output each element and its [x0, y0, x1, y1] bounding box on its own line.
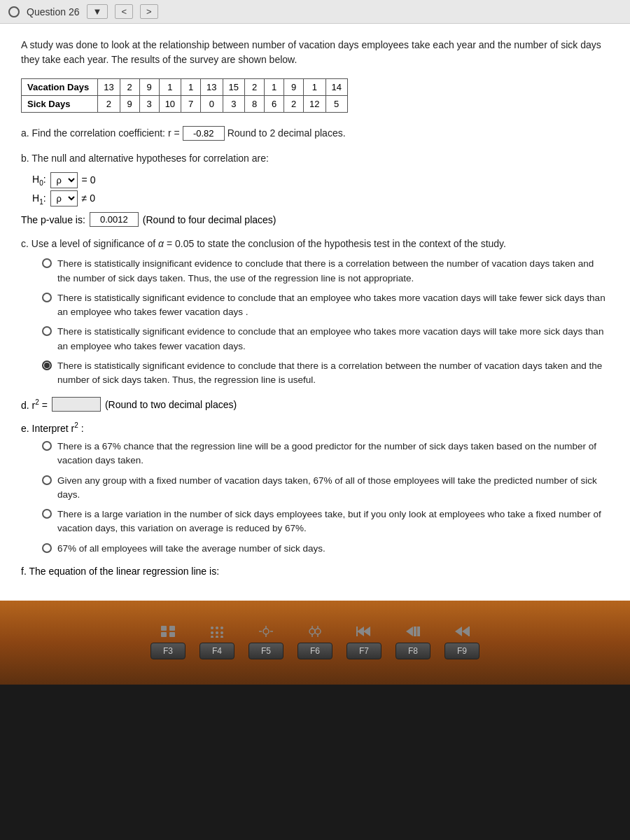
svg-rect-0 [161, 626, 167, 631]
question-circle-icon [8, 6, 20, 18]
option-e2[interactable]: Given any group with a fixed number of v… [42, 474, 609, 503]
table-row: 14 [326, 79, 347, 96]
svg-rect-1 [169, 626, 175, 631]
radio-e1[interactable] [42, 441, 52, 451]
table-row: 1 [159, 79, 181, 96]
table-row: 2 [120, 79, 139, 96]
pvalue-input[interactable] [90, 212, 139, 227]
option-e3[interactable]: There is a large variation in the number… [42, 507, 609, 536]
svg-marker-24 [363, 626, 370, 636]
pvalue-label: The p-value is: [21, 214, 85, 225]
key-f6-btn[interactable]: F6 [298, 643, 332, 659]
nav-dropdown-btn[interactable]: ▼ [87, 4, 108, 19]
key-f4-group: F4 [200, 625, 234, 659]
top-bar: Question 26 ▼ < > [0, 0, 630, 24]
svg-point-8 [216, 631, 218, 634]
option-c3-text: There is statistically significant evide… [57, 325, 609, 354]
svg-point-18 [309, 629, 315, 634]
key-f9-btn[interactable]: F9 [444, 643, 479, 659]
key-f9-icon [454, 625, 470, 640]
table-row: 8 [245, 96, 265, 113]
option-c4-text: There is statistically significant evide… [57, 359, 609, 388]
option-c4[interactable]: There is statistically significant evide… [42, 359, 609, 388]
svg-point-13 [263, 629, 269, 634]
part-a-r-label: r = [168, 125, 180, 141]
option-c2[interactable]: There is statistically significant evide… [42, 291, 609, 320]
part-d-line: d. r2 = (Round to two decimal places) [21, 397, 609, 412]
svg-point-7 [211, 631, 214, 634]
part-c-header: c. Use a level of significance of α = 0.… [21, 237, 609, 251]
key-f7-group: F7 [346, 625, 382, 659]
table-row: 12 [304, 96, 326, 113]
key-f3-group: F3 [150, 625, 186, 659]
key-f7-btn[interactable]: F7 [346, 643, 382, 659]
table-row: 10 [159, 96, 181, 113]
svg-rect-26 [356, 626, 358, 636]
part-f-label: f. The equation of the linear regression… [21, 566, 609, 577]
h0-label: H0: [32, 171, 46, 190]
part-f: f. The equation of the linear regression… [21, 566, 609, 577]
part-a: a. Find the correlation coefficient: r =… [21, 125, 609, 141]
table-row: 5 [326, 96, 347, 113]
intro-text: A study was done to look at the relation… [21, 38, 609, 67]
svg-rect-27 [414, 626, 416, 636]
key-f5-btn[interactable]: F5 [248, 643, 284, 659]
h1-eq: ≠ 0 [82, 190, 95, 207]
nav-back-btn[interactable]: < [115, 4, 133, 19]
h1-dropdown[interactable]: ρ μ σ [50, 190, 78, 206]
part-a-label: a. Find the correlation coefficient: [21, 125, 165, 141]
nav-forward-btn[interactable]: > [140, 4, 158, 19]
radio-c1[interactable] [42, 258, 52, 268]
svg-point-10 [211, 636, 214, 638]
table-row: 13 [98, 79, 120, 96]
svg-point-6 [220, 626, 223, 629]
radio-c3[interactable] [42, 326, 52, 336]
key-f4-icon [209, 625, 225, 640]
data-table: Vacation Days 13 2 9 1 1 13 15 2 1 9 1 1… [21, 78, 348, 113]
svg-rect-3 [169, 632, 175, 637]
key-f3-btn[interactable]: F3 [150, 643, 186, 659]
key-f5-icon [258, 625, 274, 640]
table-row: 15 [223, 79, 244, 96]
option-c1[interactable]: There is statistically insignificant evi… [42, 257, 609, 286]
h0-line: H0: ρ μ σ = 0 [32, 171, 609, 190]
key-f8-btn[interactable]: F8 [396, 643, 430, 659]
part-b-label-line: b. The null and alternative hypotheses f… [21, 150, 609, 166]
option-e4-text: 67% of all employees will take the avera… [57, 542, 326, 556]
part-c-label: c. Use a level of significance of α = 0.… [21, 238, 506, 249]
svg-marker-31 [462, 626, 469, 636]
h0-dropdown[interactable]: ρ μ σ [50, 172, 78, 188]
key-f4-btn[interactable]: F4 [200, 643, 234, 659]
option-e4[interactable]: 67% of all employees will take the avera… [42, 542, 609, 556]
part-c: c. Use a level of significance of α = 0.… [21, 237, 609, 387]
part-d-note: (Round to two decimal places) [105, 399, 237, 410]
table-row: 6 [265, 96, 284, 113]
radio-e4[interactable] [42, 543, 52, 553]
table-row: 13 [201, 79, 223, 96]
radio-c2[interactable] [42, 293, 52, 302]
vacation-days-label: Vacation Days [22, 79, 98, 96]
key-f9-group: F9 [444, 625, 479, 659]
radio-c4[interactable] [42, 360, 52, 370]
key-f6-icon [307, 625, 323, 640]
svg-point-9 [220, 631, 223, 634]
table-row: 9 [284, 79, 304, 96]
svg-point-11 [216, 636, 218, 638]
option-e3-text: There is a large variation in the number… [57, 507, 609, 536]
hypothesis-block: H0: ρ μ σ = 0 H1: ρ μ σ ≠ 0 [32, 171, 609, 209]
table-row: 7 [181, 96, 201, 113]
part-e-label: e. Interpret r2 : [21, 421, 609, 434]
r-squared-input[interactable] [52, 397, 101, 412]
svg-point-12 [220, 636, 223, 638]
table-row: 2 [98, 96, 120, 113]
pvalue-line: The p-value is: (Round to four decimal p… [21, 212, 609, 227]
r-value-input[interactable] [183, 126, 225, 141]
radio-e2[interactable] [42, 475, 52, 485]
svg-marker-25 [357, 626, 364, 636]
option-e1[interactable]: There is a 67% chance that the regressio… [42, 440, 609, 468]
radio-e3[interactable] [42, 509, 52, 519]
option-c3[interactable]: There is statistically significant evide… [42, 325, 609, 354]
table-row: 9 [120, 96, 139, 113]
part-b-label: b. The null and alternative hypotheses f… [21, 150, 269, 166]
svg-point-19 [315, 629, 321, 634]
